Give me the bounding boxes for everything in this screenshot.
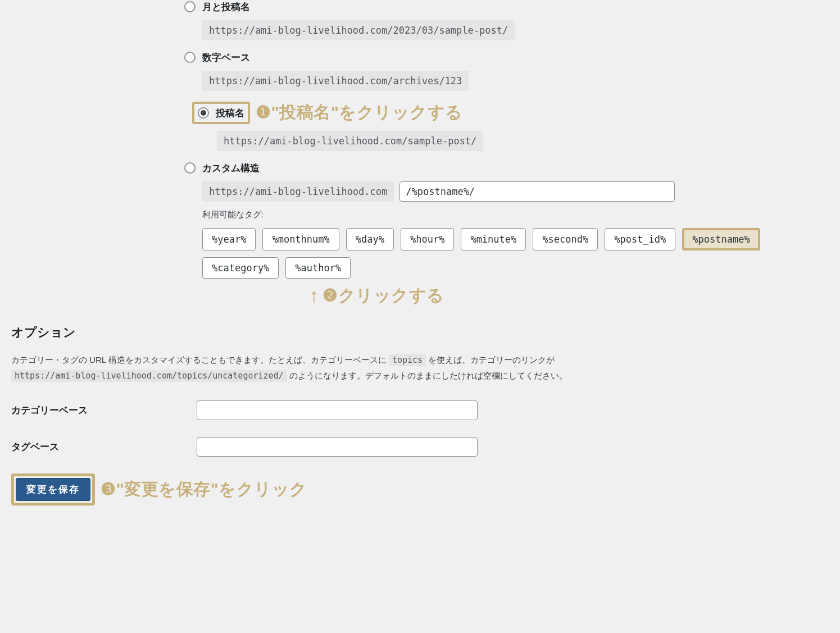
tag-second[interactable]: %second% xyxy=(533,228,598,251)
radio-postname[interactable] xyxy=(198,107,209,119)
desc-text-3: のようになります。デフォルトのままにしたければ空欄にしてください。 xyxy=(289,371,567,380)
tag-author[interactable]: %author% xyxy=(285,257,351,279)
custom-prefix: https://ami-blog-livelihood.com xyxy=(202,181,394,202)
example-numeric: https://ami-blog-livelihood.com/archives… xyxy=(202,71,469,91)
annotation-2: ❷クリックする xyxy=(323,284,444,307)
tag-hour[interactable]: %hour% xyxy=(401,228,454,251)
radio-numeric[interactable] xyxy=(184,52,196,63)
custom-structure-input[interactable] xyxy=(399,181,675,202)
tags-available-label: 利用可能なタグ: xyxy=(202,210,829,220)
radio-month-name[interactable] xyxy=(184,1,196,12)
category-base-label: カテゴリーベース xyxy=(11,404,197,417)
save-button[interactable]: 変更を保存 xyxy=(16,478,90,501)
desc-text-2: を使えば、カテゴリーのリンクが xyxy=(428,355,555,365)
example-month-name: https://ami-blog-livelihood.com/2023/03/… xyxy=(202,20,515,40)
tag-year[interactable]: %year% xyxy=(202,228,256,251)
arrow-up-icon: ↑ xyxy=(309,286,319,306)
desc-code-url: https://ami-blog-livelihood.com/topics/u… xyxy=(11,370,287,382)
options-heading: オプション xyxy=(11,324,829,341)
desc-code-topics: topics xyxy=(389,354,426,366)
label-custom[interactable]: カスタム構造 xyxy=(202,161,260,175)
label-postname[interactable]: 投稿名 xyxy=(216,106,244,120)
category-base-input[interactable] xyxy=(197,400,478,420)
label-numeric[interactable]: 数字ベース xyxy=(202,51,250,64)
label-month-name[interactable]: 月と投稿名 xyxy=(202,0,250,13)
tag-base-input[interactable] xyxy=(197,437,478,457)
example-postname: https://ami-blog-livelihood.com/sample-p… xyxy=(217,131,483,151)
tag-minute[interactable]: %minute% xyxy=(461,228,526,251)
tag-postname[interactable]: %postname% xyxy=(682,228,760,251)
options-description: カテゴリー・タグの URL 構造をカスタマイズすることもできます。たとえば、カテ… xyxy=(11,352,829,384)
tag-post-id[interactable]: %post_id% xyxy=(605,228,675,251)
tag-monthnum[interactable]: %monthnum% xyxy=(262,228,339,251)
highlight-postname-radio: 投稿名 xyxy=(192,102,250,124)
highlight-save: 変更を保存 xyxy=(11,473,95,506)
annotation-3: ❸"変更を保存"をクリック xyxy=(101,478,307,501)
tag-category[interactable]: %category% xyxy=(202,257,279,279)
desc-text-1: カテゴリー・タグの URL 構造をカスタマイズすることもできます。たとえば、カテ… xyxy=(11,355,389,365)
annotation-1: ❶"投稿名"をクリックする xyxy=(256,101,463,124)
radio-custom[interactable] xyxy=(184,162,196,174)
tag-day[interactable]: %day% xyxy=(346,228,394,251)
tag-base-label: タグベース xyxy=(11,440,197,453)
